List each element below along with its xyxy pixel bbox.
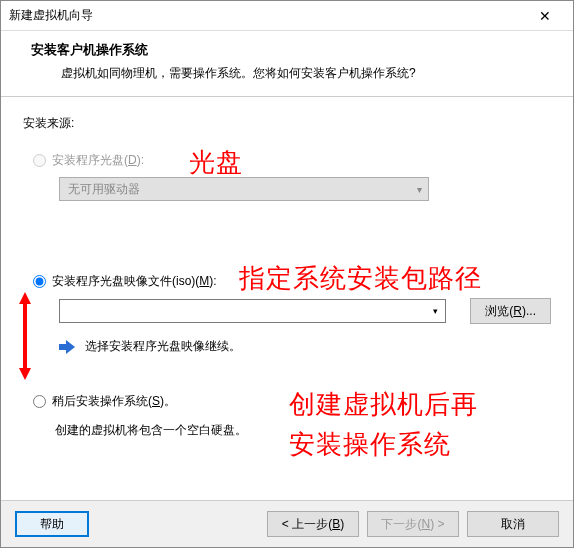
help-button[interactable]: 帮助 [15, 511, 89, 537]
header-subtitle: 虚拟机如同物理机，需要操作系统。您将如何安装客户机操作系统? [61, 65, 553, 82]
radio-disc-label: 安装程序光盘(D): [52, 152, 144, 169]
header-title: 安装客户机操作系统 [31, 41, 553, 59]
option-iso[interactable]: 安装程序光盘映像文件(iso)(M): [33, 273, 551, 290]
radio-disc [33, 154, 46, 167]
wizard-header: 安装客户机操作系统 虚拟机如同物理机，需要操作系统。您将如何安装客户机操作系统? [1, 31, 573, 97]
wizard-window: 新建虚拟机向导 ✕ 安装客户机操作系统 虚拟机如同物理机，需要操作系统。您将如何… [0, 0, 574, 548]
option-later[interactable]: 稍后安装操作系统(S)。 [33, 393, 551, 410]
hint-text: 选择安装程序光盘映像继续。 [85, 338, 241, 355]
window-title: 新建虚拟机向导 [9, 7, 93, 24]
chevron-down-icon: ▾ [417, 184, 422, 195]
iso-row: ▾ 浏览(R)... [59, 298, 551, 324]
iso-path-combo[interactable]: ▾ [59, 299, 446, 323]
titlebar: 新建虚拟机向导 ✕ [1, 1, 573, 31]
browse-button[interactable]: 浏览(R)... [470, 298, 551, 324]
svg-marker-0 [19, 292, 31, 380]
radio-later-label: 稍后安装操作系统(S)。 [52, 393, 176, 410]
option-disc: 安装程序光盘(D): [33, 152, 551, 169]
next-button: 下一步(N) > [367, 511, 459, 537]
close-button[interactable]: ✕ [525, 2, 565, 30]
radio-iso-label: 安装程序光盘映像文件(iso)(M): [52, 273, 217, 290]
source-label: 安装来源: [23, 115, 551, 132]
back-button[interactable]: < 上一步(B) [267, 511, 359, 537]
radio-later[interactable] [33, 395, 46, 408]
chevron-down-icon[interactable]: ▾ [426, 300, 444, 322]
cancel-button[interactable]: 取消 [467, 511, 559, 537]
disc-dropdown: 无可用驱动器 ▾ [59, 177, 429, 201]
radio-iso[interactable] [33, 275, 46, 288]
footer: 帮助 < 上一步(B) 下一步(N) > 取消 [1, 500, 573, 547]
later-note: 创建的虚拟机将包含一个空白硬盘。 [55, 422, 551, 439]
content-area: 安装来源: 安装程序光盘(D): 无可用驱动器 ▾ 光盘 安装程序光盘映像文件(… [1, 97, 573, 500]
arrow-right-icon [59, 340, 75, 354]
disc-dropdown-value: 无可用驱动器 [68, 181, 140, 198]
hint-row: 选择安装程序光盘映像继续。 [59, 338, 551, 355]
annotation-arrow [15, 292, 35, 380]
